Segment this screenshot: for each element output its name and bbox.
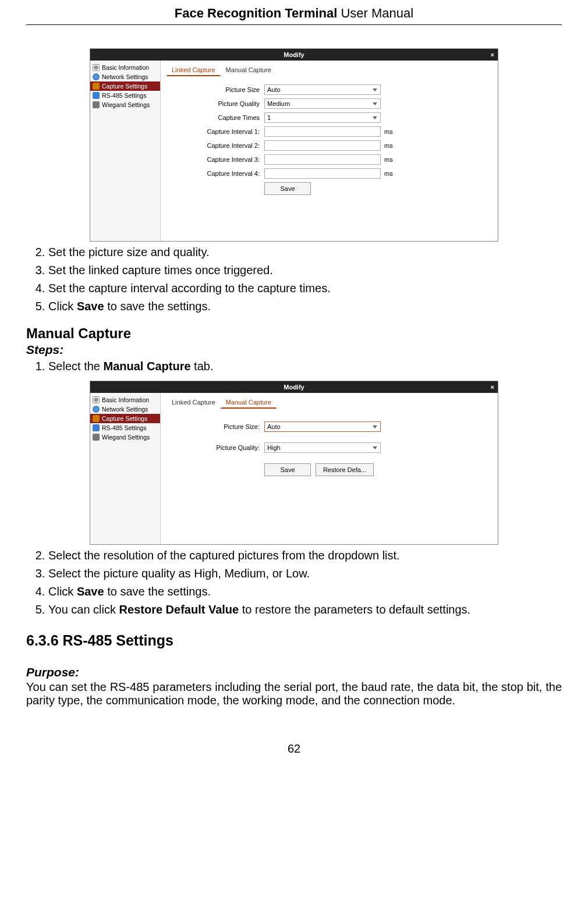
wiegand-icon (93, 434, 100, 441)
globe-icon (93, 73, 100, 80)
picture-quality-select[interactable] (264, 442, 381, 453)
interval1-input[interactable] (264, 126, 381, 137)
sidebar-item-label: RS-485 Settings (102, 92, 146, 99)
label-picture-quality: Picture Quality: (167, 444, 264, 451)
camera-icon (93, 415, 100, 422)
heading-manual-capture: Manual Capture (26, 325, 562, 342)
list-item: Set the linked capture times once trigge… (48, 262, 562, 279)
list-item: Select the picture quality as High, Medi… (48, 565, 562, 582)
list-item: Set the picture size and quality. (48, 244, 562, 261)
header-plain: User Manual (341, 6, 413, 20)
label-interval1: Capture Interval 1: (167, 128, 264, 135)
steps-label: Steps: (26, 343, 562, 357)
sidebar-item-network[interactable]: Network Settings (90, 405, 160, 414)
close-icon[interactable]: × (491, 49, 494, 61)
sidebar-item-rs485[interactable]: RS-485 Settings (90, 423, 160, 432)
unit-ms: ms (384, 156, 396, 163)
save-button[interactable]: Save (264, 182, 311, 195)
list-item: Click Save to save the settings. (48, 298, 562, 315)
sidebar-item-label: Capture Settings (102, 415, 147, 422)
page-header: Face Recognition Terminal User Manual (26, 6, 562, 25)
sidebar-item-network[interactable]: Network Settings (90, 72, 160, 81)
steps-list-b-2: Select the resolution of the captured pi… (26, 547, 562, 618)
interval2-input[interactable] (264, 140, 381, 151)
picture-size-select[interactable] (264, 421, 381, 432)
interval3-input[interactable] (264, 154, 381, 165)
sidebar-item-capture[interactable]: Capture Settings (90, 81, 160, 91)
sidebar-item-label: Network Settings (102, 406, 148, 413)
unit-ms: ms (384, 170, 396, 177)
globe-icon (93, 406, 100, 413)
sidebar: Basic Information Network Settings Captu… (90, 61, 161, 241)
sidebar-item-label: Wiegand Settings (102, 101, 150, 108)
gear-icon (93, 396, 100, 403)
page-number: 62 (26, 742, 562, 756)
close-icon[interactable]: × (491, 381, 494, 393)
save-button[interactable]: Save (264, 463, 311, 476)
tab-manual-capture[interactable]: Manual Capture (221, 64, 277, 76)
label-picture-size: Picture Size: (167, 423, 264, 430)
heading-636: 6.3.6 RS-485 Settings (26, 632, 562, 649)
list-item: Set the capture interval according to th… (48, 280, 562, 297)
unit-ms: ms (384, 128, 396, 135)
sidebar-item-label: Network Settings (102, 73, 148, 80)
picture-quality-select[interactable] (264, 98, 381, 109)
label-picture-quality: Picture Quality (167, 100, 264, 107)
sidebar-item-wiegand[interactable]: Wiegand Settings (90, 432, 160, 442)
tab-linked-capture[interactable]: Linked Capture (167, 396, 221, 409)
sidebar-item-label: RS-485 Settings (102, 424, 146, 431)
steps-list-b-1: Select the Manual Capture tab. (26, 358, 562, 375)
sidebar-item-basic-info[interactable]: Basic Information (90, 63, 160, 72)
tab-linked-capture[interactable]: Linked Capture (167, 64, 221, 76)
label-capture-times: Capture Times (167, 114, 264, 121)
label-interval2: Capture Interval 2: (167, 142, 264, 149)
header-bold: Face Recognition Terminal (175, 6, 341, 20)
gear-icon (93, 64, 100, 71)
sidebar-item-rs485[interactable]: RS-485 Settings (90, 91, 160, 100)
capture-times-select[interactable] (264, 112, 381, 123)
purpose-text: You can set the RS-485 parameters includ… (26, 680, 562, 707)
modify-dialog-linked: Modify × Basic Information Network Setti… (90, 48, 498, 242)
list-item: Select the resolution of the captured pi… (48, 547, 562, 564)
list-item: You can click Restore Default Value to r… (48, 601, 562, 618)
sidebar-item-label: Basic Information (102, 396, 149, 403)
modify-dialog-manual: Modify × Basic Information Network Setti… (90, 381, 498, 545)
wiegand-icon (93, 101, 100, 108)
sidebar-item-basic-info[interactable]: Basic Information (90, 395, 160, 405)
rs485-icon (93, 424, 100, 431)
list-item: Click Save to save the settings. (48, 583, 562, 600)
sidebar-item-label: Basic Information (102, 64, 149, 71)
interval4-input[interactable] (264, 168, 381, 179)
dialog-title: Modify (90, 381, 498, 393)
sidebar-item-capture[interactable]: Capture Settings (90, 414, 160, 423)
label-picture-size: Picture Size (167, 86, 264, 93)
label-interval4: Capture Interval 4: (167, 170, 264, 177)
rs485-icon (93, 92, 100, 99)
list-item: Select the Manual Capture tab. (48, 358, 562, 375)
picture-size-select[interactable] (264, 84, 381, 95)
unit-ms: ms (384, 142, 396, 149)
sidebar: Basic Information Network Settings Captu… (90, 393, 161, 544)
tab-manual-capture[interactable]: Manual Capture (221, 396, 277, 409)
sidebar-item-label: Capture Settings (102, 83, 147, 90)
label-interval3: Capture Interval 3: (167, 156, 264, 163)
steps-list-a: Set the picture size and quality. Set th… (26, 244, 562, 315)
restore-default-button[interactable]: Restore Defa... (316, 463, 374, 476)
camera-icon (93, 83, 100, 90)
purpose-label: Purpose: (26, 665, 562, 679)
sidebar-item-label: Wiegand Settings (102, 434, 150, 441)
sidebar-item-wiegand[interactable]: Wiegand Settings (90, 100, 160, 109)
dialog-title: Modify (90, 49, 498, 61)
